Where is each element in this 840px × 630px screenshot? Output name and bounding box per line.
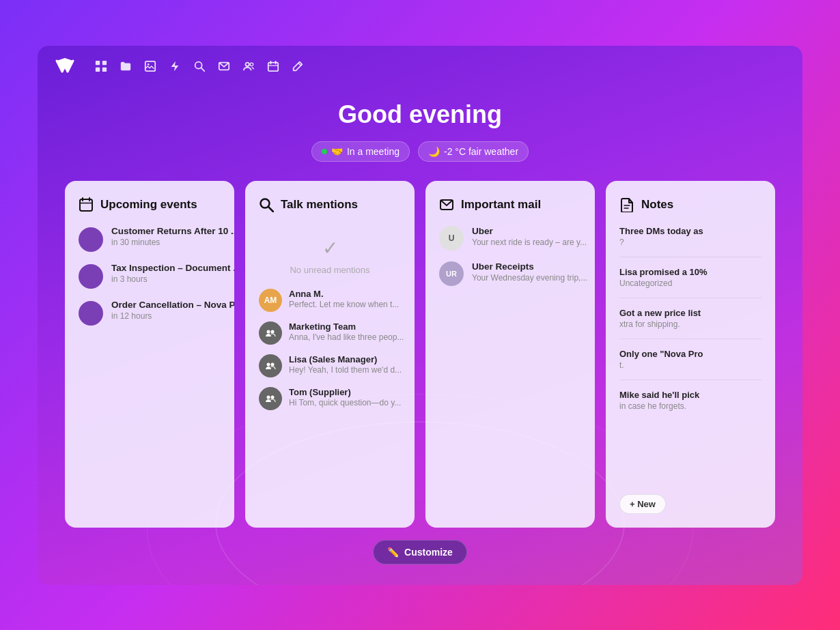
mention-avatar-1 <box>259 321 282 345</box>
mention-item-3[interactable]: Tom (Supplier) Hi Tom, quick question—do… <box>259 387 401 410</box>
svg-point-26 <box>267 395 270 399</box>
event-name-0: Customer Returns After 10 ... <box>111 226 234 236</box>
app-window: Good evening 🤝 In a meeting 🌙 -2 °C fair… <box>38 46 802 585</box>
meeting-badge[interactable]: 🤝 In a meeting <box>311 141 410 162</box>
greeting: Good evening <box>338 100 502 129</box>
mail-item-0[interactable]: U Uber Your next ride is ready – are y..… <box>439 226 581 250</box>
meeting-status-dot <box>322 149 327 154</box>
svg-line-7 <box>201 68 205 71</box>
notes-header: Notes <box>619 197 761 212</box>
mention-item-2[interactable]: Lisa (Sales Manager) Hey! Yeah, I told t… <box>259 354 401 377</box>
mail-sender-0: Uber <box>472 226 587 236</box>
customize-label: Customize <box>404 547 453 558</box>
calendar-icon[interactable] <box>267 60 279 72</box>
mention-name-3: Tom (Supplier) <box>289 387 401 397</box>
nav-icons <box>95 60 304 72</box>
mention-avatar-3 <box>259 387 282 410</box>
note-title-1: Lisa promised a 10% <box>619 267 761 277</box>
mail-card-icon <box>439 197 454 212</box>
mentions-empty: ✓ No unread mentions <box>259 226 401 289</box>
important-mail-header: Important mail <box>439 197 581 212</box>
search-icon[interactable] <box>193 60 206 72</box>
mail-avatar-1: UR <box>439 261 464 286</box>
svg-point-24 <box>267 362 270 366</box>
mention-avatar-2 <box>259 354 282 377</box>
note-title-0: Three DMs today as <box>619 226 761 236</box>
contacts-icon[interactable] <box>242 60 255 72</box>
edit-icon[interactable] <box>292 60 304 72</box>
mail-preview-0: Your next ride is ready – are y... <box>472 238 587 247</box>
new-note-button[interactable]: + New <box>619 494 666 514</box>
events-list: Customer Returns After 10 ... in 30 minu… <box>79 226 221 337</box>
grid-icon[interactable] <box>95 60 107 72</box>
note-sub-3: t. <box>619 360 761 370</box>
calendar-card-icon <box>79 197 94 212</box>
mention-text-1: Anna, I've had like three peop... <box>289 332 404 342</box>
mention-name-1: Marketing Team <box>289 321 404 332</box>
lightning-icon[interactable] <box>169 60 181 72</box>
weather-badge[interactable]: 🌙 -2 °C fair weather <box>418 141 529 162</box>
event-dot-1 <box>79 264 103 289</box>
mail-list: U Uber Your next ride is ready – are y..… <box>439 226 581 297</box>
customize-button[interactable]: ✏️ Customize <box>373 540 467 564</box>
event-time-1: in 3 hours <box>111 274 234 284</box>
svg-point-22 <box>267 330 270 333</box>
note-sub-2: xtra for shipping. <box>619 319 761 329</box>
mail-sender-1: Uber Receipts <box>472 261 587 272</box>
note-item-2[interactable]: Got a new price list xtra for shipping. <box>619 308 761 329</box>
event-item-0[interactable]: Customer Returns After 10 ... in 30 minu… <box>79 226 221 252</box>
note-item-4[interactable]: Mike said he'll pick in case he forgets. <box>619 390 761 411</box>
note-title-3: Only one "Nova Pro <box>619 349 761 359</box>
navbar <box>38 46 802 87</box>
note-title-4: Mike said he'll pick <box>619 390 761 400</box>
mention-item-0[interactable]: AM Anna M. Perfect. Let me know when t..… <box>259 289 401 312</box>
svg-point-9 <box>246 62 249 66</box>
mail-preview-1: Your Wednesday evening trip,... <box>472 273 587 283</box>
note-item-0[interactable]: Three DMs today as ? <box>619 226 761 247</box>
svg-rect-16 <box>80 199 92 211</box>
mention-name-2: Lisa (Sales Manager) <box>289 354 402 364</box>
svg-point-23 <box>271 330 275 333</box>
note-item-1[interactable]: Lisa promised a 10% Uncategorized <box>619 267 761 288</box>
mail-icon[interactable] <box>218 60 230 72</box>
event-item-2[interactable]: Order Cancellation – Nova Pro in 12 hour… <box>79 300 221 326</box>
mention-item-1[interactable]: Marketing Team Anna, I've had like three… <box>259 321 401 345</box>
meeting-emoji: 🤝 <box>331 146 343 157</box>
upcoming-events-header: Upcoming events <box>79 197 221 212</box>
svg-point-27 <box>271 395 275 399</box>
note-sub-0: ? <box>619 238 761 247</box>
cards-row: Upcoming events Customer Returns After 1… <box>65 181 775 528</box>
note-sub-1: Uncategorized <box>619 278 761 288</box>
mail-item-1[interactable]: UR Uber Receipts Your Wednesday evening … <box>439 261 581 286</box>
svg-rect-2 <box>96 67 100 71</box>
note-divider-0 <box>619 257 761 257</box>
event-dot-0 <box>79 227 103 252</box>
image-icon[interactable] <box>144 60 156 72</box>
important-mail-card: Important mail U Uber Your next ride is … <box>425 181 595 528</box>
upcoming-events-card: Upcoming events Customer Returns After 1… <box>65 181 234 528</box>
svg-rect-4 <box>145 61 155 70</box>
mention-text-3: Hi Tom, quick question—do y... <box>289 398 401 407</box>
folder-icon[interactable] <box>120 60 132 72</box>
note-divider-1 <box>619 298 761 298</box>
note-item-3[interactable]: Only one "Nova Pro t. <box>619 349 761 370</box>
svg-point-5 <box>148 63 150 65</box>
notes-title: Notes <box>641 198 673 212</box>
notes-list: Three DMs today as ? Lisa promised a 10%… <box>619 226 761 420</box>
mention-name-0: Anna M. <box>289 289 399 299</box>
main-content: Good evening 🤝 In a meeting 🌙 -2 °C fair… <box>38 87 802 585</box>
mentions-empty-label: No unread mentions <box>290 265 369 275</box>
event-name-1: Tax Inspection – Document ... <box>111 263 234 273</box>
check-icon: ✓ <box>322 237 338 259</box>
event-name-2: Order Cancellation – Nova Pro <box>111 300 234 310</box>
svg-rect-3 <box>102 67 107 71</box>
svg-point-25 <box>271 362 275 366</box>
event-time-2: in 12 hours <box>111 311 234 321</box>
weather-emoji: 🌙 <box>428 146 440 157</box>
event-item-1[interactable]: Tax Inspection – Document ... in 3 hours <box>79 263 221 289</box>
event-time-0: in 30 minutes <box>111 238 234 247</box>
svg-rect-0 <box>96 60 100 64</box>
mention-avatar-0: AM <box>259 289 282 312</box>
weather-label: -2 °C fair weather <box>444 146 518 157</box>
app-logo[interactable] <box>54 55 76 77</box>
